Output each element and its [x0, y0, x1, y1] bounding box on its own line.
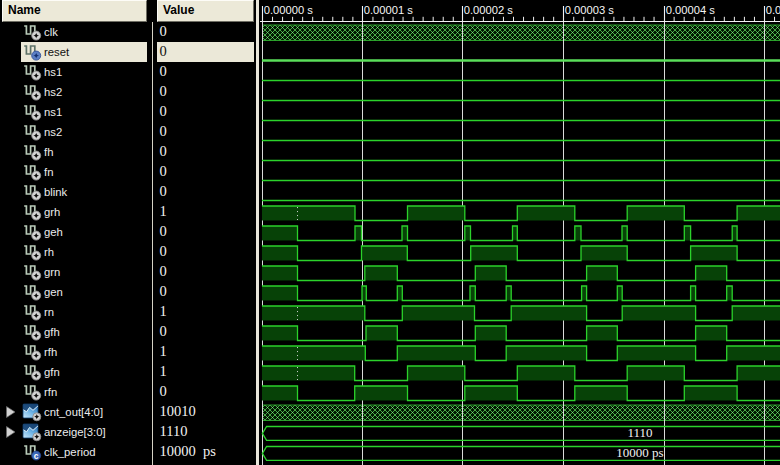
svg-text:0.00004 s: 0.00004 s: [666, 4, 716, 16]
svg-text:0.00000 s: 0.00000 s: [264, 4, 314, 16]
svg-text:0.00005 s: 0.00005 s: [766, 4, 780, 16]
svg-text:10000 ps: 10000 ps: [616, 445, 663, 460]
svg-text:0.00001 s: 0.00001 s: [364, 4, 414, 16]
svg-text:0.00003 s: 0.00003 s: [565, 4, 615, 16]
svg-text:0.00002 s: 0.00002 s: [464, 4, 514, 16]
svg-text:1110: 1110: [627, 425, 652, 440]
